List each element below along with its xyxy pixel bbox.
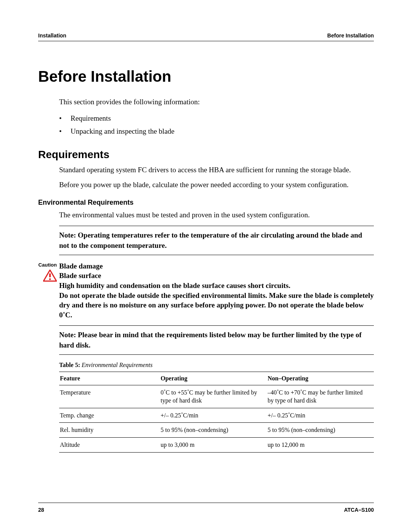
- table-caption-label: Table 5:: [59, 362, 80, 368]
- caution-body: Blade damage Blade surface High humidity…: [59, 261, 374, 320]
- table-row: Altitude up to 3,000 m up to 12,000 m: [59, 437, 374, 452]
- table-cell: –40˚C to +70˚C may be further limited by…: [267, 385, 374, 408]
- table-cell: Altitude: [59, 437, 160, 452]
- table-row: Temp. change +/– 0.25˚C/min +/– 0.25˚C/m…: [59, 408, 374, 423]
- table-cell: +/– 0.25˚C/min: [267, 408, 374, 423]
- page-number: 28: [38, 507, 44, 513]
- bullet-icon: •: [59, 125, 71, 138]
- table-cell: Temp. change: [59, 408, 160, 423]
- caution-label: Caution: [39, 262, 57, 268]
- header-left: Installation: [38, 32, 66, 39]
- table-row: Temperature 0˚C to +55˚C may be further …: [59, 385, 374, 408]
- table-cell: Temperature: [59, 385, 160, 408]
- table-header: Non–Operating: [267, 372, 374, 385]
- requirements-heading: Requirements: [38, 149, 374, 161]
- caution-line: Blade damage: [59, 261, 374, 271]
- table-cell: +/– 0.25˚C/min: [160, 408, 267, 423]
- table-cell: 5 to 95% (non–condensing): [267, 423, 374, 438]
- bullet-icon: •: [59, 112, 71, 125]
- table-cell: 5 to 95% (non–condensing): [160, 423, 267, 438]
- table-row: Rel. humidity 5 to 95% (non–condensing) …: [59, 423, 374, 438]
- table-header: Feature: [59, 372, 160, 385]
- table-cell: up to 12,000 m: [267, 437, 374, 452]
- caution-block: Caution Blade damage Blade surface High …: [38, 261, 374, 320]
- note-text: Note: Operating temperatures refer to th…: [59, 230, 374, 251]
- page-footer: 28 ATCA–S100: [38, 503, 374, 513]
- table-cell: 0˚C to +55˚C may be further limited by t…: [160, 385, 267, 408]
- bullet-text: Unpacking and inspecting the blade: [71, 125, 174, 138]
- note-block: Note: Please bear in mind that the requi…: [59, 325, 374, 355]
- list-item: • Requirements: [59, 112, 374, 125]
- requirements-p1: Standard operating system FC drivers to …: [59, 165, 374, 175]
- doc-id: ATCA–S100: [344, 507, 374, 513]
- svg-rect-2: [49, 278, 51, 280]
- caution-line: Blade surface: [59, 271, 374, 281]
- env-p1: The environmental values must be tested …: [59, 210, 374, 220]
- page-header: Installation Before Installation: [38, 32, 374, 41]
- caution-line: High humidity and condensation on the bl…: [59, 281, 374, 291]
- header-right: Before Installation: [327, 32, 374, 39]
- caution-label-col: Caution: [38, 261, 59, 320]
- requirements-p2: Before you power up the blade, calculate…: [59, 179, 374, 190]
- svg-rect-1: [49, 273, 51, 277]
- env-requirements-table: Feature Operating Non–Operating Temperat…: [59, 372, 374, 453]
- note-block: Note: Operating temperatures refer to th…: [59, 226, 374, 255]
- caution-line: Do not operate the blade outside the spe…: [59, 291, 374, 320]
- intro-text: This section provides the following info…: [59, 97, 374, 107]
- table-header: Operating: [160, 372, 267, 385]
- table-caption-title: Environmental Requirements: [80, 362, 153, 368]
- warning-triangle-icon: [43, 270, 57, 282]
- note-text: Note: Please bear in mind that the requi…: [59, 330, 374, 351]
- list-item: • Unpacking and inspecting the blade: [59, 125, 374, 138]
- table-header-row: Feature Operating Non–Operating: [59, 372, 374, 385]
- page-title: Before Installation: [38, 68, 374, 85]
- table-cell: up to 3,000 m: [160, 437, 267, 452]
- env-heading: Environmental Requirements: [38, 199, 374, 207]
- table-caption: Table 5: Environmental Requirements: [59, 362, 374, 369]
- table-cell: Rel. humidity: [59, 423, 160, 438]
- bullet-text: Requirements: [71, 112, 111, 125]
